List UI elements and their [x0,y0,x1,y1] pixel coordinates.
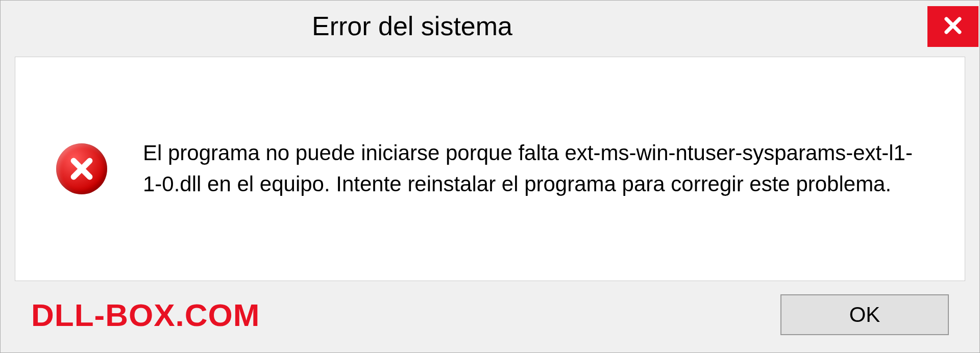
error-message: El programa no puede iniciarse porque fa… [143,138,929,200]
error-dialog: Error del sistema El programa no puede i… [0,0,980,353]
close-button[interactable] [927,6,978,47]
ok-button[interactable]: OK [780,294,949,335]
footer: DLL-BOX.COM OK [1,281,979,352]
error-icon [56,143,107,194]
content-area: El programa no puede iniciarse porque fa… [15,57,965,281]
titlebar: Error del sistema [1,1,979,52]
close-icon [942,14,964,39]
dialog-title: Error del sistema [21,11,512,41]
error-icon-wrapper [56,143,107,194]
watermark: DLL-BOX.COM [31,297,260,333]
